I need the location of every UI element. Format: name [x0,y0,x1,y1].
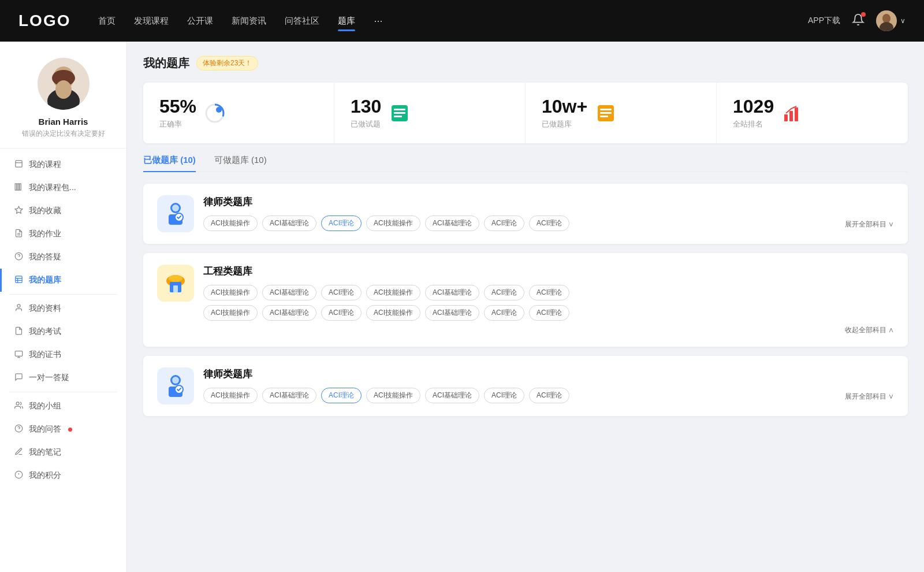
tag-3-3[interactable]: ACI技能操作 [366,388,420,403]
svg-rect-42 [600,112,612,114]
sidebar-item-questions[interactable]: 我的问答 [0,418,126,441]
nav-discover[interactable]: 发现课程 [134,16,169,27]
divider-2 [9,392,117,392]
sidebar-item-qa[interactable]: 我的答疑 [0,246,126,269]
tag-2-0[interactable]: ACI技能操作 [203,285,258,300]
svg-rect-38 [394,112,405,114]
svg-point-22 [17,304,20,307]
stat-done-banks: 10w+ 已做题库 [526,83,717,143]
sidebar-item-favorites[interactable]: 我的收藏 [0,199,126,222]
sidebar-item-notes[interactable]: 我的笔记 [0,441,126,464]
tag-2b-6[interactable]: ACI理论 [529,305,569,321]
tags-row-1: ACI技能操作 ACI基础理论 ACI理论 ACI技能操作 ACI基础理论 AC… [203,216,894,231]
tag-3-1[interactable]: ACI基础理论 [262,388,316,403]
coursepack-icon [14,183,23,193]
tag-1-4[interactable]: ACI基础理论 [425,216,479,231]
profile-icon [14,303,23,314]
tag-2b-1[interactable]: ACI基础理论 [262,305,316,321]
tag-1-0[interactable]: ACI技能操作 [203,216,258,231]
stat-rank-text: 1029 全站排名 [733,96,774,129]
tag-2-6[interactable]: ACI理论 [529,285,569,300]
tab-available-banks[interactable]: 可做题库 (10) [214,155,267,172]
homework-icon [14,229,23,239]
page-header: 我的题库 体验剩余23天！ [143,55,908,71]
sidebar-label-certificate: 我的证书 [29,350,61,360]
tag-2b-3[interactable]: ACI技能操作 [366,305,420,321]
expand-btn-1[interactable]: 展开全部科目 ∨ [845,217,894,229]
tag-2-2[interactable]: ACI理论 [321,285,362,300]
sidebar-item-homework[interactable]: 我的作业 [0,222,126,246]
nav-qbank[interactable]: 题库 [338,16,355,27]
app-download-link[interactable]: APP下载 [808,16,840,26]
svg-point-57 [172,377,179,384]
sidebar-item-1on1[interactable]: 一对一答疑 [0,366,126,389]
tag-1-3[interactable]: ACI技能操作 [366,216,420,231]
nav-qa[interactable]: 问答社区 [285,16,319,27]
tag-1-1[interactable]: ACI基础理论 [262,216,316,231]
tag-3-0[interactable]: ACI技能操作 [203,388,258,403]
stat-accuracy-text: 55% 正确率 [159,96,196,129]
nav-home[interactable]: 首页 [98,16,116,27]
tag-3-2[interactable]: ACI理论 [321,388,362,403]
tag-2b-5[interactable]: ACI理论 [484,305,524,321]
sidebar-item-course[interactable]: 我的课程 [0,153,126,176]
qbank-header-2: 工程类题库 ACI技能操作 ACI基础理论 ACI理论 ACI技能操作 ACI基… [157,265,894,335]
main-layout: Brian Harris 错误的决定比没有决定要好 我的课程 我的课程包... [0,42,924,572]
logo[interactable]: LOGO [18,12,70,30]
qbank-body-1: 律师类题库 ACI技能操作 ACI基础理论 ACI理论 ACI技能操作 ACI基… [203,195,894,231]
sidebar-item-profile[interactable]: 我的资料 [0,297,126,320]
page-title: 我的题库 [143,55,189,71]
svg-rect-18 [15,276,21,283]
user-avatar-menu[interactable]: ∨ [876,10,906,31]
sidebar-item-qbank[interactable]: 我的题库 [0,269,126,292]
tag-3-4[interactable]: ACI基础理论 [425,388,479,403]
tag-2b-0[interactable]: ACI技能操作 [203,305,258,321]
notes-icon [14,447,23,458]
tag-1-2[interactable]: ACI理论 [321,216,362,231]
main-content: 我的题库 体验剩余23天！ 55% 正确率 [127,42,924,572]
svg-marker-13 [15,206,23,213]
expand-btn-3[interactable]: 展开全部科目 ∨ [845,389,894,402]
qbank-header-1: 律师类题库 ACI技能操作 ACI基础理论 ACI理论 ACI技能操作 ACI基… [157,195,894,232]
chart-red-icon [782,103,803,124]
sidebar: Brian Harris 错误的决定比没有决定要好 我的课程 我的课程包... [0,42,127,572]
stat-accuracy-label: 正确率 [159,119,196,129]
profile-section: Brian Harris 错误的决定比没有决定要好 [0,42,126,148]
qbank-name-3: 律师类题库 [203,367,894,381]
stat-done-b-value: 10w+ [542,96,587,117]
sidebar-item-group[interactable]: 我的小组 [0,395,126,418]
collapse-btn-2[interactable]: 收起全部科目 ∧ [203,325,894,335]
stat-rank: 1029 全站排名 [717,83,908,143]
tags-row-2-second: ACI技能操作 ACI基础理论 ACI理论 ACI技能操作 ACI基础理论 AC… [203,305,894,321]
sidebar-item-exam[interactable]: 我的考试 [0,320,126,343]
qbank-card-3: 律师类题库 ACI技能操作 ACI基础理论 ACI理论 ACI技能操作 ACI基… [143,356,908,416]
points-icon [14,470,23,481]
notification-bell[interactable] [852,13,865,28]
sidebar-item-coursepack[interactable]: 我的课程包... [0,176,126,199]
tags-row-2-first: ACI技能操作 ACI基础理论 ACI理论 ACI技能操作 ACI基础理论 AC… [203,285,894,300]
nav-more[interactable]: ··· [374,15,382,27]
chevron-down-icon: ∨ [900,17,906,25]
svg-point-7 [55,80,72,99]
qbank-card-1: 律师类题库 ACI技能操作 ACI基础理论 ACI理论 ACI技能操作 ACI基… [143,184,908,244]
sidebar-item-certificate[interactable]: 我的证书 [0,343,126,366]
sidebar-label-1on1: 一对一答疑 [29,373,69,383]
svg-point-1 [882,14,891,23]
tag-2-3[interactable]: ACI技能操作 [366,285,420,300]
tag-2-1[interactable]: ACI基础理论 [262,285,316,300]
tab-done-banks[interactable]: 已做题库 (10) [143,155,196,172]
nav-opencourse[interactable]: 公开课 [187,16,213,27]
tag-2b-2[interactable]: ACI理论 [321,305,362,321]
tag-2-4[interactable]: ACI基础理论 [425,285,479,300]
tag-1-5[interactable]: ACI理论 [484,216,524,231]
tag-2b-4[interactable]: ACI基础理论 [425,305,479,321]
sidebar-item-points[interactable]: 我的积分 [0,464,126,487]
nav-news[interactable]: 新闻资讯 [232,16,266,27]
tag-3-6[interactable]: ACI理论 [529,388,569,403]
qbank-card-2: 工程类题库 ACI技能操作 ACI基础理论 ACI理论 ACI技能操作 ACI基… [143,253,908,347]
tag-3-5[interactable]: ACI理论 [484,388,524,403]
tag-2-5[interactable]: ACI理论 [484,285,524,300]
profile-motto: 错误的决定比没有决定要好 [22,129,105,139]
tag-1-6[interactable]: ACI理论 [529,216,569,231]
star-icon [14,206,23,216]
